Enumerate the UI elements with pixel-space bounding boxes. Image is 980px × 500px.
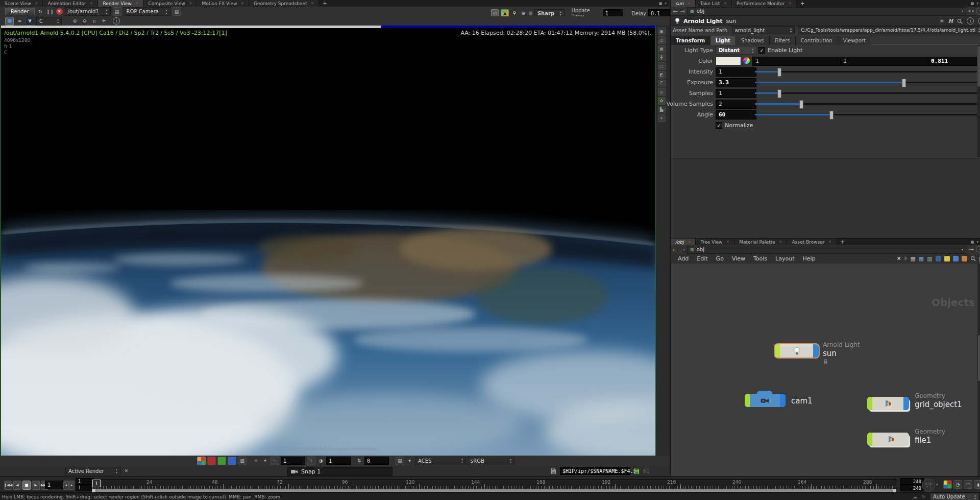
- node-name-title[interactable]: sun: [726, 18, 737, 25]
- stop-button[interactable]: ■: [22, 481, 31, 490]
- node-flag-display[interactable]: [775, 344, 780, 358]
- back-icon[interactable]: ←: [673, 246, 678, 253]
- grid-outline-icon[interactable]: ▥: [927, 255, 932, 262]
- menu-go[interactable]: Go: [712, 255, 728, 262]
- normalize-checkbox[interactable]: ✓: [716, 122, 722, 129]
- menu-view[interactable]: View: [728, 255, 749, 262]
- network-scrollbar[interactable]: [977, 264, 980, 477]
- playback-range-bar[interactable]: [92, 489, 896, 492]
- green-channel-icon[interactable]: [217, 457, 226, 465]
- link-icon[interactable]: ◦: [976, 8, 980, 15]
- play-forward-button[interactable]: ▶: [32, 481, 40, 490]
- params-breadcrumb[interactable]: ▦ obj▾: [687, 7, 966, 15]
- step-back-button[interactable]: ◂: [63, 481, 69, 490]
- houdini-engine-icon[interactable]: H: [948, 18, 953, 25]
- list-view-icon[interactable]: ▦: [910, 255, 915, 262]
- tab-sun[interactable]: sun: [671, 0, 696, 7]
- flipbook-icon[interactable]: [943, 480, 952, 489]
- clip-mode-icon[interactable]: ▼: [26, 17, 34, 26]
- rop-jump-icon[interactable]: ▤: [113, 7, 121, 16]
- channel-selector[interactable]: C▴▾: [36, 17, 62, 26]
- gamma-field[interactable]: 1: [326, 457, 351, 465]
- tab-obj-network[interactable]: /obj: [671, 239, 696, 245]
- performance-icon[interactable]: ◠: [964, 480, 972, 489]
- camera-selector[interactable]: ROP Camera▴▾: [124, 7, 170, 16]
- exposure-icon[interactable]: ✶: [261, 457, 269, 465]
- node-name-label[interactable]: grid_object1: [915, 400, 962, 409]
- samples-field[interactable]: 1: [716, 89, 756, 98]
- volume-samples-field[interactable]: 2: [716, 100, 756, 109]
- search-icon[interactable]: [970, 256, 976, 261]
- menu-edit[interactable]: Edit: [693, 255, 712, 262]
- color-wheel-icon[interactable]: [743, 57, 750, 64]
- red-channel-icon[interactable]: [207, 457, 216, 465]
- tree-list-icon[interactable]: ⊧: [904, 255, 908, 262]
- guides-icon[interactable]: ╋: [658, 54, 666, 61]
- pane-window-controls[interactable]: ■▾: [968, 0, 980, 7]
- color-b-field[interactable]: 0.811: [928, 57, 980, 66]
- network-breadcrumb[interactable]: ▦ obj▾: [687, 246, 966, 254]
- grid-color-icon[interactable]: ▦: [919, 255, 924, 262]
- basket-icon[interactable]: [962, 256, 967, 261]
- grid-icon[interactable]: ▦: [658, 45, 666, 53]
- node-cam1[interactable]: [745, 394, 786, 407]
- tab-performance-monitor[interactable]: Performance Monitor: [732, 0, 797, 7]
- pause-render-icon[interactable]: ❙❙: [46, 8, 54, 15]
- pane-window-controls[interactable]: ■▾: [968, 239, 980, 245]
- range-handle-left[interactable]: [92, 489, 95, 492]
- tab-asset-browser[interactable]: Asset Browser: [787, 239, 837, 245]
- autokey-button[interactable]: AUTO ⚬⏐: [922, 479, 935, 492]
- tab-viewport[interactable]: Viewport: [838, 36, 871, 45]
- ocio-display-selector[interactable]: ACES▴▾: [415, 457, 466, 465]
- tools-cross-icon[interactable]: ✕: [896, 255, 901, 262]
- node-file1[interactable]: [867, 433, 909, 446]
- tab-contribution[interactable]: Contribution: [796, 36, 838, 45]
- badge-blue-icon[interactable]: [936, 256, 941, 261]
- intensity-slider[interactable]: [755, 71, 978, 73]
- forward-icon[interactable]: →: [680, 8, 685, 15]
- corner-icon[interactable]: Γ: [658, 80, 666, 87]
- pan-view-icon[interactable]: ✛: [100, 17, 108, 25]
- node-flag-selectable[interactable]: [813, 344, 819, 358]
- color-g-field[interactable]: 1: [840, 57, 932, 66]
- node-grid-object1[interactable]: [867, 397, 909, 410]
- menu-add[interactable]: Add: [674, 255, 693, 262]
- exposure-slider[interactable]: [755, 82, 978, 83]
- search-icon[interactable]: [957, 18, 963, 24]
- contrast-icon[interactable]: ◑: [317, 457, 325, 465]
- exposure-field[interactable]: 3.3: [716, 78, 756, 87]
- new-tab-button[interactable]: +: [797, 0, 808, 7]
- render-button[interactable]: Render: [5, 8, 35, 15]
- gain-field[interactable]: 1: [281, 457, 305, 465]
- volume-samples-slider[interactable]: [755, 103, 978, 105]
- tab-motion-fx-view[interactable]: Motion FX View: [197, 0, 249, 7]
- color-r-field[interactable]: 1: [752, 57, 844, 66]
- range-handle-right[interactable]: [893, 489, 896, 492]
- menu-help[interactable]: Help: [799, 255, 820, 262]
- info-icon[interactable]: i: [113, 17, 120, 25]
- playhead[interactable]: 1: [92, 480, 101, 487]
- intensity-field[interactable]: 1: [716, 67, 756, 77]
- range-start-field[interactable]: 1: [76, 478, 94, 485]
- home-view-icon[interactable]: ⌂: [90, 17, 98, 25]
- node-name-label[interactable]: cam1: [791, 396, 813, 406]
- auto-update-selector[interactable]: Auto Update▴▾: [930, 493, 979, 500]
- back-icon[interactable]: ←: [673, 8, 678, 15]
- settings-gear-icon[interactable]: ✳: [658, 114, 666, 122]
- angle-slider[interactable]: [755, 114, 978, 115]
- realtime-toggle-icon[interactable]: ◔: [953, 480, 962, 489]
- zoom-out-icon[interactable]: ⊖: [81, 17, 88, 25]
- save-sequence-icon[interactable]: [633, 468, 640, 474]
- info-icon[interactable]: i: [967, 17, 974, 25]
- asset-name-selector[interactable]: arnold_light▴▾: [732, 26, 795, 34]
- save-snapshot-icon[interactable]: [550, 468, 557, 474]
- tab-light[interactable]: Light: [710, 36, 736, 45]
- active-render-selector[interactable]: Active Render▴▾: [65, 467, 120, 475]
- tab-geometry-spreadsheet[interactable]: Geometry Spreadsheet: [249, 0, 319, 7]
- color-swatch[interactable]: [716, 57, 741, 65]
- tab-composite-view[interactable]: Composite View: [143, 0, 197, 7]
- timeline-ruler[interactable]: 24 48 72 96 120 144 168 192 216 240 264 …: [92, 479, 897, 489]
- compare-icon[interactable]: ◫: [658, 36, 666, 44]
- sticky-note-icon[interactable]: [944, 256, 950, 261]
- light-type-selector[interactable]: Distant▴▾: [716, 46, 756, 55]
